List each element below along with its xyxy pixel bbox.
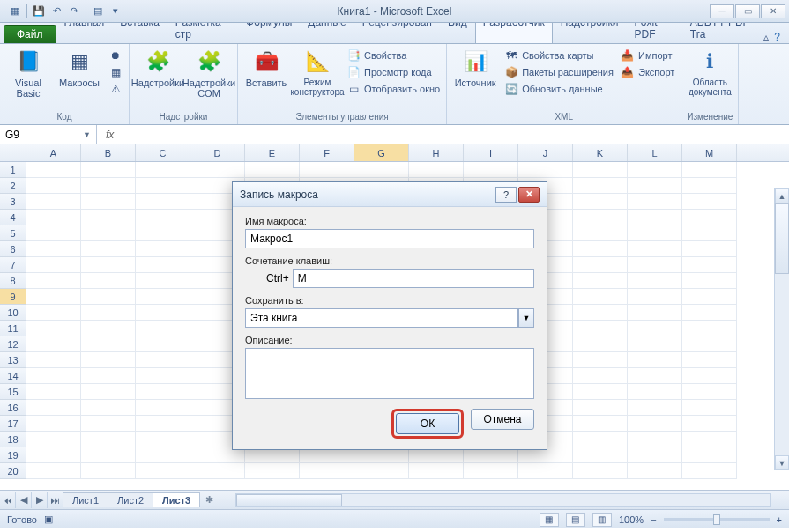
cell[interactable] [573,400,628,416]
cell[interactable] [136,368,190,384]
close-button[interactable]: ✕ [761,4,785,18]
cell[interactable] [628,273,682,289]
cell[interactable] [26,305,81,321]
cell[interactable] [573,257,628,273]
dialog-close-button[interactable]: ✕ [518,187,540,203]
column-header[interactable]: H [409,144,464,161]
com-addins-button[interactable]: 🧩 Надстройки COM [184,46,234,100]
cell[interactable] [81,416,136,432]
formula-input[interactable] [123,128,789,141]
cell[interactable] [136,463,190,479]
sheet-nav-last-icon[interactable]: ⏭ [48,492,63,508]
cell[interactable] [573,463,628,479]
cell[interactable] [573,416,628,432]
view-code-button[interactable]: 📄Просмотр кода [344,64,443,80]
cell[interactable] [682,384,737,400]
cell[interactable] [573,210,628,225]
import-button[interactable]: 📥Импорт [618,48,677,63]
cell[interactable] [573,162,628,178]
cell[interactable] [682,368,737,384]
row-header[interactable]: 12 [0,336,26,352]
scroll-down-icon[interactable]: ▼ [775,455,789,470]
row-header[interactable]: 18 [0,432,26,447]
column-header[interactable]: I [464,144,518,161]
cell[interactable] [354,463,409,479]
qat-item-icon[interactable]: ▤ [90,4,106,19]
zoom-slider[interactable] [664,518,770,521]
cell[interactable] [26,336,81,352]
file-tab[interactable]: Файл [4,25,56,43]
redo-icon[interactable]: ↷ [66,4,82,19]
macro-status-icon[interactable]: ▣ [44,514,53,525]
cell[interactable] [300,162,354,178]
column-header[interactable]: L [628,144,682,161]
cell[interactable] [628,225,682,241]
cell[interactable] [628,289,682,305]
cell[interactable] [573,289,628,305]
cell[interactable] [136,336,190,352]
row-header[interactable]: 2 [0,178,26,194]
cell[interactable] [26,225,81,241]
cell[interactable] [682,463,737,479]
zoom-level[interactable]: 100% [619,514,644,525]
relative-ref-button[interactable]: ▦ [106,64,125,80]
cell[interactable] [26,432,81,447]
cell[interactable] [136,384,190,400]
row-header[interactable]: 15 [0,384,26,400]
cell[interactable] [81,210,136,225]
cell[interactable] [573,432,628,447]
cell[interactable] [136,257,190,273]
horizontal-scroll-thumb[interactable] [236,494,342,506]
row-header[interactable]: 13 [0,352,26,368]
normal-view-button[interactable]: ▦ [540,513,559,527]
cell[interactable] [26,384,81,400]
scroll-up-icon[interactable]: ▲ [775,188,789,203]
cell[interactable] [26,210,81,225]
page-layout-view-button[interactable]: ▤ [566,513,585,527]
addins-button[interactable]: 🧩 Надстройки [133,46,182,90]
maximize-button[interactable]: ▭ [735,4,760,18]
cell[interactable] [628,241,682,257]
cell[interactable] [354,162,409,178]
chevron-down-icon[interactable]: ▼ [83,130,91,139]
column-header[interactable]: K [573,144,628,161]
cell[interactable] [628,432,682,447]
cell[interactable] [81,289,136,305]
qat-dropdown-icon[interactable]: ▾ [108,4,123,19]
vertical-scrollbar[interactable]: ▲ ▼ [774,188,789,470]
map-properties-button[interactable]: 🗺Свойства карты [502,48,616,63]
select-all-corner[interactable] [0,144,26,161]
cell[interactable] [628,178,682,194]
cell[interactable] [628,352,682,368]
cell[interactable] [136,194,190,210]
cell[interactable] [136,416,190,432]
cell[interactable] [682,432,737,447]
column-header[interactable]: M [682,144,737,161]
cell[interactable] [26,241,81,257]
help-icon[interactable]: ? [774,31,780,43]
cell[interactable] [26,416,81,432]
cell[interactable] [628,305,682,321]
cell[interactable] [136,241,190,257]
cell[interactable] [81,336,136,352]
cell[interactable] [628,321,682,336]
cell[interactable] [190,162,245,178]
cell[interactable] [81,368,136,384]
vertical-scroll-thumb[interactable] [775,203,789,274]
sheet-nav-next-icon[interactable]: ▶ [32,492,48,508]
cell[interactable] [81,162,136,178]
minimize-button[interactable]: ─ [710,4,734,18]
macro-name-input[interactable] [245,229,534,248]
cell[interactable] [26,273,81,289]
cell[interactable] [682,241,737,257]
cell[interactable] [682,321,737,336]
cell[interactable] [300,463,354,479]
cell[interactable] [136,305,190,321]
cell[interactable] [81,447,136,463]
cell[interactable] [81,257,136,273]
cell[interactable] [26,289,81,305]
cell[interactable] [136,352,190,368]
column-header[interactable]: B [81,144,136,161]
ribbon-minimize-icon[interactable]: ▵ [763,31,769,43]
sheet-nav-prev-icon[interactable]: ◀ [16,492,32,508]
